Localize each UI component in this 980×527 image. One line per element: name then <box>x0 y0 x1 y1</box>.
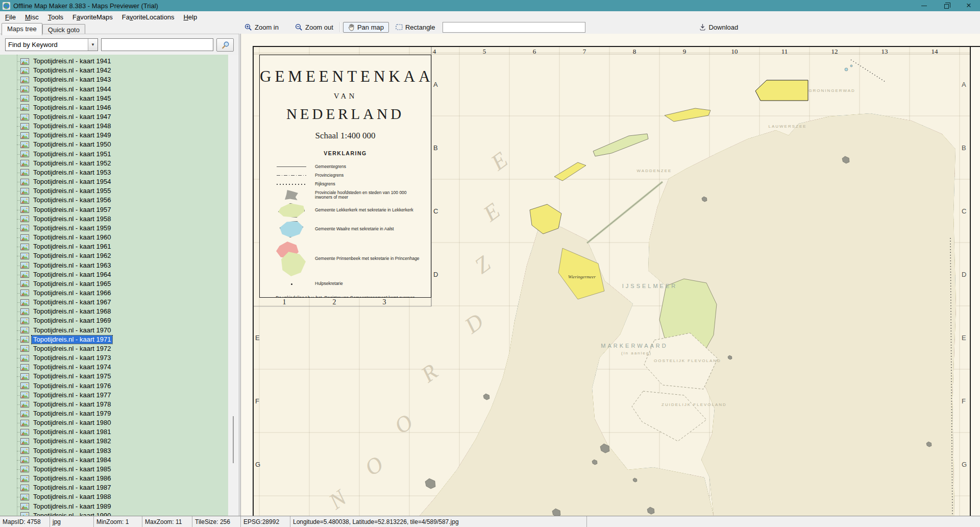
map-label: (in aanleg) <box>621 351 652 355</box>
map-layer-icon <box>20 151 29 157</box>
tree-item[interactable]: Topotijdreis.nl - kaart 1941 <box>0 57 228 66</box>
map-layer-icon <box>20 123 29 130</box>
tree-item[interactable]: Topotijdreis.nl - kaart 1965 <box>0 279 228 289</box>
tree-item[interactable]: Topotijdreis.nl - kaart 1979 <box>0 409 228 418</box>
tree-item[interactable]: Topotijdreis.nl - kaart 1947 <box>0 112 228 122</box>
grid-letter: G <box>255 461 260 468</box>
tree-item[interactable]: Topotijdreis.nl - kaart 1973 <box>0 353 228 363</box>
tree-item[interactable]: Topotijdreis.nl - kaart 1972 <box>0 344 228 353</box>
ruler-number: 11 <box>760 47 810 56</box>
tree-item[interactable]: Topotijdreis.nl - kaart 1942 <box>0 66 228 75</box>
tree-item[interactable]: Topotijdreis.nl - kaart 1989 <box>0 502 228 511</box>
tree-item[interactable]: Topotijdreis.nl - kaart 1982 <box>0 437 228 446</box>
tree-item[interactable]: Topotijdreis.nl - kaart 1981 <box>0 427 228 437</box>
tree-item[interactable]: Topotijdreis.nl - kaart 1984 <box>0 456 228 465</box>
find-mode-dropdown[interactable]: Find by Keyword ▼ <box>5 38 98 51</box>
tree-item[interactable]: Topotijdreis.nl - kaart 1980 <box>0 418 228 427</box>
map-layer-icon <box>20 401 29 408</box>
tree-item[interactable]: Topotijdreis.nl - kaart 1955 <box>0 186 228 196</box>
legend-sample-shape-blue <box>268 221 315 237</box>
scrollbar-thumb[interactable] <box>233 416 234 463</box>
tree-item-label: Topotijdreis.nl - kaart 1971 <box>32 336 112 344</box>
restore-button[interactable] <box>935 0 958 11</box>
tree-item[interactable]: Topotijdreis.nl - kaart 1946 <box>0 103 228 112</box>
tree-item[interactable]: Topotijdreis.nl - kaart 1966 <box>0 289 228 298</box>
map-layer-icon <box>20 373 29 380</box>
tree-item[interactable]: Topotijdreis.nl - kaart 1976 <box>0 381 228 390</box>
tree-item[interactable]: Topotijdreis.nl - kaart 1961 <box>0 242 228 251</box>
tree-item[interactable]: Topotijdreis.nl - kaart 1988 <box>0 492 228 501</box>
tree-item[interactable]: Topotijdreis.nl - kaart 1968 <box>0 307 228 316</box>
menu-help[interactable]: Help <box>179 12 201 22</box>
tree-item[interactable]: Topotijdreis.nl - kaart 1956 <box>0 196 228 205</box>
toolbar-separator <box>339 22 340 32</box>
tree-item[interactable]: Topotijdreis.nl - kaart 1943 <box>0 75 228 84</box>
map-layer-icon <box>20 429 29 436</box>
tree-item[interactable]: Topotijdreis.nl - kaart 1960 <box>0 233 228 242</box>
rectangle-select-icon <box>396 24 403 30</box>
status-segment: jpg <box>50 516 94 527</box>
tree-item[interactable]: Topotijdreis.nl - kaart 1954 <box>0 177 228 186</box>
scan-border <box>253 46 254 516</box>
tree-item[interactable]: Topotijdreis.nl - kaart 1967 <box>0 298 228 307</box>
rectangle-button[interactable]: Rectangle <box>392 22 439 33</box>
zoom-out-button[interactable]: Zoom out <box>291 22 337 33</box>
tree-item[interactable]: Topotijdreis.nl - kaart 1962 <box>0 251 228 260</box>
tree-item-label: Topotijdreis.nl - kaart 1965 <box>32 280 112 288</box>
tree-item-label: Topotijdreis.nl - kaart 1946 <box>32 104 112 112</box>
tree-item-label: Topotijdreis.nl - kaart 1958 <box>32 215 112 223</box>
grid-letter: E <box>255 334 260 342</box>
tree-item[interactable]: Topotijdreis.nl - kaart 1963 <box>0 260 228 270</box>
tree-item[interactable]: Topotijdreis.nl - kaart 1951 <box>0 150 228 159</box>
ruler-number: 8 <box>609 47 659 56</box>
map-label: WADDENZEE <box>637 169 672 173</box>
tree-item[interactable]: Topotijdreis.nl - kaart 1949 <box>0 131 228 140</box>
ruler-number: 6 <box>509 47 559 56</box>
tree-item[interactable]: Topotijdreis.nl - kaart 1950 <box>0 140 228 149</box>
pan-map-button[interactable]: Pan map <box>343 22 389 33</box>
tree-item[interactable]: Topotijdreis.nl - kaart 1948 <box>0 122 228 131</box>
minimize-button[interactable] <box>913 0 935 11</box>
menu-favoritelocations[interactable]: FavoriteLocations <box>118 12 179 22</box>
sidebar-scrollbar[interactable] <box>228 55 238 516</box>
tree-item[interactable]: Topotijdreis.nl - kaart 1952 <box>0 159 228 168</box>
tree-item[interactable]: Topotijdreis.nl - kaart 1958 <box>0 214 228 224</box>
menu-favoritemaps[interactable]: FavoriteMaps <box>68 12 117 22</box>
map-layer-icon <box>20 411 29 417</box>
zoom-in-button[interactable]: Zoom in <box>241 22 282 33</box>
search-input[interactable] <box>101 38 213 51</box>
tree-item[interactable]: Topotijdreis.nl - kaart 1974 <box>0 363 228 372</box>
map-layer-icon <box>20 67 29 74</box>
map-canvas[interactable]: GEMEENTENKAART VAN NEDERLAND Schaal 1:40… <box>241 34 980 516</box>
tree-item[interactable]: Topotijdreis.nl - kaart 1969 <box>0 316 228 325</box>
tree-item[interactable]: Topotijdreis.nl - kaart 1944 <box>0 84 228 93</box>
ruler-number: 10 <box>709 47 760 56</box>
menu-tools[interactable]: Tools <box>44 12 67 22</box>
map-layer-icon <box>20 77 29 83</box>
tree-item[interactable]: Topotijdreis.nl - kaart 1971 <box>0 335 228 344</box>
tree-item[interactable]: Topotijdreis.nl - kaart 1987 <box>0 483 228 492</box>
tree-item[interactable]: Topotijdreis.nl - kaart 1975 <box>0 372 228 381</box>
download-button[interactable]: Download <box>696 22 742 33</box>
map-toolbar: Zoom in Zoom out Pan map Rectangle Downl… <box>241 20 980 34</box>
tree-item[interactable]: Topotijdreis.nl - kaart 1964 <box>0 270 228 279</box>
legend-row: Provinciale hoofdsteden en steden van 10… <box>268 188 424 202</box>
tree-item[interactable]: Topotijdreis.nl - kaart 1970 <box>0 326 228 335</box>
tree-item[interactable]: Topotijdreis.nl - kaart 1985 <box>0 465 228 474</box>
tree-item[interactable]: Topotijdreis.nl - kaart 1945 <box>0 94 228 103</box>
tree-item[interactable]: Topotijdreis.nl - kaart 1986 <box>0 474 228 483</box>
menu-file[interactable]: File <box>1 12 20 22</box>
tab-maps-tree[interactable]: Maps tree <box>2 23 42 35</box>
menu-misc[interactable]: Misc <box>21 12 43 22</box>
tree-item-label: Topotijdreis.nl - kaart 1941 <box>32 57 112 65</box>
tree-item[interactable]: Topotijdreis.nl - kaart 1953 <box>0 168 228 177</box>
tree-item[interactable]: Topotijdreis.nl - kaart 1983 <box>0 446 228 456</box>
tree-item[interactable]: Topotijdreis.nl - kaart 1977 <box>0 391 228 400</box>
chevron-down-icon[interactable]: ▼ <box>88 39 97 51</box>
close-button[interactable]: × <box>958 0 980 11</box>
tree-item[interactable]: Topotijdreis.nl - kaart 1959 <box>0 224 228 233</box>
tree-item[interactable]: Topotijdreis.nl - kaart 1957 <box>0 205 228 214</box>
search-button[interactable] <box>216 38 234 52</box>
toolbar-input[interactable] <box>443 22 585 33</box>
tree-item[interactable]: Topotijdreis.nl - kaart 1978 <box>0 400 228 409</box>
